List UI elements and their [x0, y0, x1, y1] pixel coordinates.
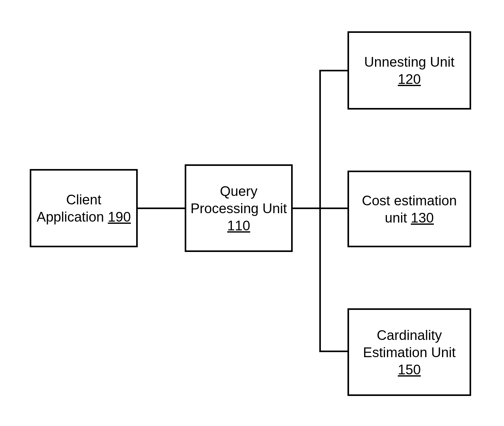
connector-qpu-to-bus: [293, 208, 321, 209]
client-line2: Application 190: [37, 208, 131, 225]
cost-line1: Cost estimation: [362, 192, 457, 209]
qpu-line1: Query: [190, 182, 287, 200]
box-unnest-label: Unnesting Unit 120: [364, 53, 455, 88]
unnest-number: 120: [364, 70, 455, 88]
connector-branch-cost: [321, 208, 347, 209]
box-cardinality-estimation-unit: Cardinality Estimation Unit 150: [347, 308, 471, 396]
box-query-processing-unit: Query Processing Unit 110: [185, 164, 293, 252]
box-client-application: Client Application 190: [30, 169, 138, 247]
cost-number: 130: [411, 210, 434, 225]
card-line2: Estimation Unit: [363, 344, 456, 361]
box-unnesting-unit: Unnesting Unit 120: [347, 31, 471, 110]
client-line1: Client: [37, 191, 131, 208]
card-line1: Cardinality: [363, 326, 456, 344]
diagram-canvas: Client Application 190 Query Processing …: [0, 0, 504, 426]
cost-line2: unit 130: [362, 209, 457, 226]
box-client-label: Client Application 190: [37, 191, 131, 225]
connector-client-to-qpu: [138, 208, 185, 209]
box-cost-label: Cost estimation unit 130: [362, 192, 457, 226]
qpu-number: 110: [190, 217, 287, 234]
card-number: 150: [363, 361, 456, 378]
qpu-line2: Processing Unit: [190, 200, 287, 217]
connector-branch-unnesting: [321, 70, 347, 71]
unnest-line1: Unnesting Unit: [364, 53, 455, 70]
cost-line2-prefix: unit: [385, 210, 411, 225]
client-number: 190: [108, 209, 131, 224]
client-line2-prefix: Application: [37, 209, 108, 224]
box-cost-estimation-unit: Cost estimation unit 130: [347, 171, 471, 247]
box-qpu-label: Query Processing Unit 110: [190, 182, 287, 234]
connector-vertical-bus: [319, 70, 321, 352]
connector-branch-cardinality: [321, 351, 347, 352]
box-card-label: Cardinality Estimation Unit 150: [363, 326, 456, 378]
